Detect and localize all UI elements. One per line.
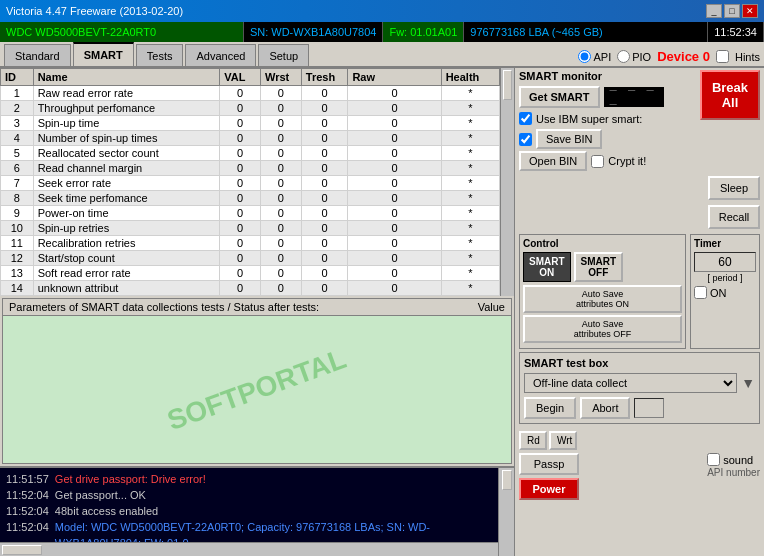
timer-box: Timer 60 [ period ] ON [690,234,760,349]
power-button[interactable]: Power [519,478,579,500]
sound-label: sound [723,454,753,466]
pio-radio[interactable] [617,50,630,63]
test-select-dropdown-icon[interactable]: ▼ [741,375,755,391]
passp-button[interactable]: Passp [519,453,579,475]
table-row: 6Read channel margin0000* [1,161,500,176]
table-row: 11Recalibration retries0000* [1,236,500,251]
table-row: 14unknown attribut0000* [1,281,500,296]
status-area: Parameters of SMART data collections tes… [2,298,512,464]
hints-checkbox[interactable] [716,50,729,63]
smart-table-scrollbar[interactable] [500,68,514,296]
get-smart-button[interactable]: Get SMART [519,86,600,108]
col-raw: Raw [348,69,441,86]
title-bar-controls: _ □ ✕ [706,4,758,18]
table-row: 2Throughput perfomance0000* [1,101,500,116]
save-bin-checkbox[interactable] [519,133,532,146]
sleep-recall-row: Sleep [519,176,760,200]
col-val: VAL [220,69,261,86]
sound-check-row: sound [707,453,753,466]
auto-save-off-button[interactable]: Auto Saveattributes OFF [523,315,682,343]
sleep-button[interactable]: Sleep [708,176,760,200]
smart-monitor-section: SMART monitor Get SMART — — — — Use IBM … [519,70,696,173]
log-hscrollbar-track[interactable] [42,545,496,555]
table-row: 1Raw read error rate0000* [1,86,500,101]
test-progress [634,398,664,418]
log-time: 11:52:04 [6,503,49,519]
col-name: Name [33,69,220,86]
ibm-smart-checkbox[interactable] [519,112,532,125]
begin-button[interactable]: Begin [524,397,576,419]
fw-info: Fw: 01.01A01 [383,22,464,42]
top-right-row: SMART monitor Get SMART — — — — Use IBM … [519,70,760,173]
watermark: SOFTPORTAL [163,342,350,436]
log-line: 11:52:0448bit access enabled [6,503,508,519]
main-content: ID Name VAL Wrst Tresh Raw Health 1Raw r… [0,68,764,556]
tab-standard[interactable]: Standard [4,44,71,66]
log-hscrollbar-thumb[interactable] [2,545,42,555]
table-row: 13Soft read error rate0000* [1,266,500,281]
smart-monitor-title: SMART monitor [519,70,696,82]
table-row: 8Seek time perfomance0000* [1,191,500,206]
timer-value: 60 [694,252,756,272]
smart-display: — — — — [604,87,664,107]
log-scrollbar-thumb[interactable] [502,470,512,490]
drive-info: WDC WD5000BEVT-22A0RT0 [0,22,244,42]
lba-info: 976773168 LBA (~465 GB) [464,22,708,42]
smart-on-button[interactable]: SMARTON [523,252,571,282]
tab-advanced[interactable]: Advanced [185,44,256,66]
col-tresh: Tresh [301,69,348,86]
test-select[interactable]: Off-line data collect Short self-test Ex… [524,373,737,393]
control-timer-row: Control SMARTON SMARTOFF Auto Saveattrib… [519,234,760,349]
api-radio[interactable] [578,50,591,63]
log-scrollbar[interactable] [498,468,514,556]
tab-bar: Standard SMART Tests Advanced Setup API … [0,42,764,68]
timer-on-label: ON [710,287,727,299]
control-box: Control SMARTON SMARTOFF Auto Saveattrib… [519,234,686,349]
tab-setup[interactable]: Setup [258,44,309,66]
abort-button[interactable]: Abort [580,397,630,419]
scrollbar-thumb[interactable] [503,70,512,100]
sn-info: SN: WD-WXB1A80U7804 [244,22,384,42]
break-all-button[interactable]: Break All [700,70,760,120]
log-text: 48bit access enabled [55,503,158,519]
tab-tests[interactable]: Tests [136,44,184,66]
ibm-smart-row: Use IBM super smart: [519,112,696,125]
smart-table-scroll[interactable]: ID Name VAL Wrst Tresh Raw Health 1Raw r… [0,68,500,296]
time-info: 11:52:34 [708,22,764,42]
table-row: 5Reallocated sector count0000* [1,146,500,161]
log-text: Get passport... OK [55,487,146,503]
smart-off-button[interactable]: SMARTOFF [574,252,624,282]
bottom-actions-row: Rd Wrt Passp Power sound API number [519,431,760,500]
recall-row: Recall [519,205,760,229]
table-row: 10Spin-up retries0000* [1,221,500,236]
open-bin-row: Open BIN Crypt it! [519,151,696,171]
rd-button[interactable]: Rd [519,431,547,450]
open-bin-button[interactable]: Open BIN [519,151,587,171]
info-bar: WDC WD5000BEVT-22A0RT0 SN: WD-WXB1A80U78… [0,22,764,42]
crypt-label: Crypt it! [608,155,646,167]
wrt-button[interactable]: Wrt [549,431,577,450]
sound-checkbox[interactable] [707,453,720,466]
timer-period: [ period ] [694,273,756,283]
status-body: SOFTPORTAL [3,316,511,463]
auto-save-on-button[interactable]: Auto Saveattributes ON [523,285,682,313]
crypt-checkbox[interactable] [591,155,604,168]
close-button[interactable]: ✕ [742,4,758,18]
maximize-button[interactable]: □ [724,4,740,18]
smart-test-title: SMART test box [524,357,755,369]
log-line: 11:52:04Get passport... OK [6,487,508,503]
status-label: Parameters of SMART data collections tes… [9,301,319,313]
minimize-button[interactable]: _ [706,4,722,18]
timer-on-row: ON [694,286,756,299]
log-hscrollbar[interactable] [0,542,498,556]
recall-button[interactable]: Recall [708,205,760,229]
hints-label: Hints [735,51,760,63]
save-bin-button[interactable]: Save BIN [536,129,602,149]
test-action-row: Begin Abort [524,397,755,419]
table-row: 7Seek error rate0000* [1,176,500,191]
tab-smart[interactable]: SMART [73,42,134,66]
log-text: Get drive passport: Drive error! [55,471,206,487]
smart-table-wrapper: ID Name VAL Wrst Tresh Raw Health 1Raw r… [0,68,514,296]
table-row: 4Number of spin-up times0000* [1,131,500,146]
timer-on-checkbox[interactable] [694,286,707,299]
